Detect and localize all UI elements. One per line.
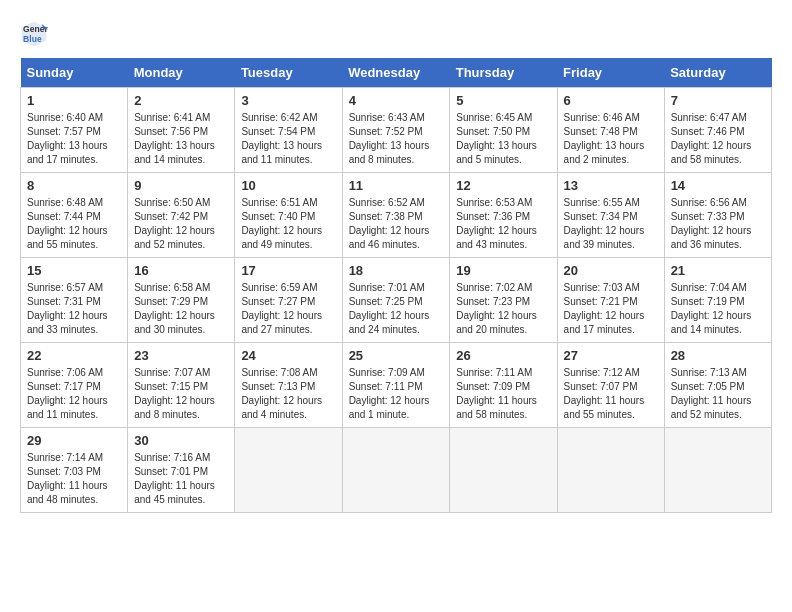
calendar-cell: 10 Sunrise: 6:51 AM Sunset: 7:40 PM Dayl…: [235, 173, 342, 258]
calendar-cell: 21 Sunrise: 7:04 AM Sunset: 7:19 PM Dayl…: [664, 258, 771, 343]
day-number: 12: [456, 178, 550, 193]
day-info: Sunrise: 6:45 AM Sunset: 7:50 PM Dayligh…: [456, 111, 550, 167]
day-info: Sunrise: 7:14 AM Sunset: 7:03 PM Dayligh…: [27, 451, 121, 507]
day-number: 3: [241, 93, 335, 108]
calendar-cell: 3 Sunrise: 6:42 AM Sunset: 7:54 PM Dayli…: [235, 88, 342, 173]
day-number: 28: [671, 348, 765, 363]
day-number: 7: [671, 93, 765, 108]
day-number: 6: [564, 93, 658, 108]
day-info: Sunrise: 6:59 AM Sunset: 7:27 PM Dayligh…: [241, 281, 335, 337]
day-info: Sunrise: 7:12 AM Sunset: 7:07 PM Dayligh…: [564, 366, 658, 422]
calendar-cell: [342, 428, 450, 513]
calendar-cell: 1 Sunrise: 6:40 AM Sunset: 7:57 PM Dayli…: [21, 88, 128, 173]
day-number: 13: [564, 178, 658, 193]
day-info: Sunrise: 7:07 AM Sunset: 7:15 PM Dayligh…: [134, 366, 228, 422]
calendar-cell: 14 Sunrise: 6:56 AM Sunset: 7:33 PM Dayl…: [664, 173, 771, 258]
weekday-friday: Friday: [557, 58, 664, 88]
calendar-week-1: 1 Sunrise: 6:40 AM Sunset: 7:57 PM Dayli…: [21, 88, 772, 173]
day-info: Sunrise: 7:13 AM Sunset: 7:05 PM Dayligh…: [671, 366, 765, 422]
day-number: 17: [241, 263, 335, 278]
svg-text:General: General: [23, 24, 48, 34]
day-number: 4: [349, 93, 444, 108]
calendar-week-5: 29 Sunrise: 7:14 AM Sunset: 7:03 PM Dayl…: [21, 428, 772, 513]
calendar-cell: 8 Sunrise: 6:48 AM Sunset: 7:44 PM Dayli…: [21, 173, 128, 258]
day-number: 15: [27, 263, 121, 278]
day-info: Sunrise: 6:50 AM Sunset: 7:42 PM Dayligh…: [134, 196, 228, 252]
calendar-cell: 5 Sunrise: 6:45 AM Sunset: 7:50 PM Dayli…: [450, 88, 557, 173]
day-number: 5: [456, 93, 550, 108]
weekday-saturday: Saturday: [664, 58, 771, 88]
day-info: Sunrise: 6:41 AM Sunset: 7:56 PM Dayligh…: [134, 111, 228, 167]
page-header: General Blue: [20, 20, 772, 48]
day-number: 23: [134, 348, 228, 363]
day-info: Sunrise: 6:47 AM Sunset: 7:46 PM Dayligh…: [671, 111, 765, 167]
day-number: 16: [134, 263, 228, 278]
day-info: Sunrise: 6:48 AM Sunset: 7:44 PM Dayligh…: [27, 196, 121, 252]
day-info: Sunrise: 6:58 AM Sunset: 7:29 PM Dayligh…: [134, 281, 228, 337]
day-number: 22: [27, 348, 121, 363]
day-number: 20: [564, 263, 658, 278]
calendar-cell: 19 Sunrise: 7:02 AM Sunset: 7:23 PM Dayl…: [450, 258, 557, 343]
weekday-monday: Monday: [128, 58, 235, 88]
calendar-cell: 29 Sunrise: 7:14 AM Sunset: 7:03 PM Dayl…: [21, 428, 128, 513]
weekday-wednesday: Wednesday: [342, 58, 450, 88]
day-number: 9: [134, 178, 228, 193]
day-number: 2: [134, 93, 228, 108]
day-info: Sunrise: 6:42 AM Sunset: 7:54 PM Dayligh…: [241, 111, 335, 167]
calendar-cell: 23 Sunrise: 7:07 AM Sunset: 7:15 PM Dayl…: [128, 343, 235, 428]
calendar-week-4: 22 Sunrise: 7:06 AM Sunset: 7:17 PM Dayl…: [21, 343, 772, 428]
logo: General Blue: [20, 20, 52, 48]
day-number: 11: [349, 178, 444, 193]
calendar-cell: [235, 428, 342, 513]
calendar-cell: 7 Sunrise: 6:47 AM Sunset: 7:46 PM Dayli…: [664, 88, 771, 173]
calendar-cell: 6 Sunrise: 6:46 AM Sunset: 7:48 PM Dayli…: [557, 88, 664, 173]
weekday-tuesday: Tuesday: [235, 58, 342, 88]
day-number: 24: [241, 348, 335, 363]
calendar-week-3: 15 Sunrise: 6:57 AM Sunset: 7:31 PM Dayl…: [21, 258, 772, 343]
calendar-cell: 30 Sunrise: 7:16 AM Sunset: 7:01 PM Dayl…: [128, 428, 235, 513]
day-info: Sunrise: 6:52 AM Sunset: 7:38 PM Dayligh…: [349, 196, 444, 252]
day-number: 25: [349, 348, 444, 363]
day-info: Sunrise: 7:01 AM Sunset: 7:25 PM Dayligh…: [349, 281, 444, 337]
calendar-cell: 26 Sunrise: 7:11 AM Sunset: 7:09 PM Dayl…: [450, 343, 557, 428]
day-info: Sunrise: 7:04 AM Sunset: 7:19 PM Dayligh…: [671, 281, 765, 337]
weekday-sunday: Sunday: [21, 58, 128, 88]
day-number: 27: [564, 348, 658, 363]
weekday-thursday: Thursday: [450, 58, 557, 88]
calendar-week-2: 8 Sunrise: 6:48 AM Sunset: 7:44 PM Dayli…: [21, 173, 772, 258]
day-number: 21: [671, 263, 765, 278]
day-info: Sunrise: 6:53 AM Sunset: 7:36 PM Dayligh…: [456, 196, 550, 252]
day-info: Sunrise: 6:57 AM Sunset: 7:31 PM Dayligh…: [27, 281, 121, 337]
calendar-cell: 9 Sunrise: 6:50 AM Sunset: 7:42 PM Dayli…: [128, 173, 235, 258]
logo-icon: General Blue: [20, 20, 48, 48]
weekday-header-row: SundayMondayTuesdayWednesdayThursdayFrid…: [21, 58, 772, 88]
day-number: 18: [349, 263, 444, 278]
day-number: 1: [27, 93, 121, 108]
day-number: 26: [456, 348, 550, 363]
day-info: Sunrise: 7:09 AM Sunset: 7:11 PM Dayligh…: [349, 366, 444, 422]
day-number: 14: [671, 178, 765, 193]
calendar-cell: 27 Sunrise: 7:12 AM Sunset: 7:07 PM Dayl…: [557, 343, 664, 428]
calendar-cell: 28 Sunrise: 7:13 AM Sunset: 7:05 PM Dayl…: [664, 343, 771, 428]
day-number: 19: [456, 263, 550, 278]
calendar-cell: 17 Sunrise: 6:59 AM Sunset: 7:27 PM Dayl…: [235, 258, 342, 343]
day-info: Sunrise: 6:43 AM Sunset: 7:52 PM Dayligh…: [349, 111, 444, 167]
day-info: Sunrise: 6:56 AM Sunset: 7:33 PM Dayligh…: [671, 196, 765, 252]
calendar-cell: [664, 428, 771, 513]
calendar-cell: 15 Sunrise: 6:57 AM Sunset: 7:31 PM Dayl…: [21, 258, 128, 343]
calendar-cell: 25 Sunrise: 7:09 AM Sunset: 7:11 PM Dayl…: [342, 343, 450, 428]
day-info: Sunrise: 6:46 AM Sunset: 7:48 PM Dayligh…: [564, 111, 658, 167]
calendar-cell: 11 Sunrise: 6:52 AM Sunset: 7:38 PM Dayl…: [342, 173, 450, 258]
calendar-cell: 13 Sunrise: 6:55 AM Sunset: 7:34 PM Dayl…: [557, 173, 664, 258]
calendar-cell: 16 Sunrise: 6:58 AM Sunset: 7:29 PM Dayl…: [128, 258, 235, 343]
calendar-cell: 20 Sunrise: 7:03 AM Sunset: 7:21 PM Dayl…: [557, 258, 664, 343]
calendar-body: 1 Sunrise: 6:40 AM Sunset: 7:57 PM Dayli…: [21, 88, 772, 513]
calendar-table: SundayMondayTuesdayWednesdayThursdayFrid…: [20, 58, 772, 513]
calendar-cell: 2 Sunrise: 6:41 AM Sunset: 7:56 PM Dayli…: [128, 88, 235, 173]
calendar-cell: 12 Sunrise: 6:53 AM Sunset: 7:36 PM Dayl…: [450, 173, 557, 258]
calendar-cell: [450, 428, 557, 513]
calendar-cell: 18 Sunrise: 7:01 AM Sunset: 7:25 PM Dayl…: [342, 258, 450, 343]
day-number: 10: [241, 178, 335, 193]
day-number: 29: [27, 433, 121, 448]
svg-text:Blue: Blue: [23, 34, 42, 44]
